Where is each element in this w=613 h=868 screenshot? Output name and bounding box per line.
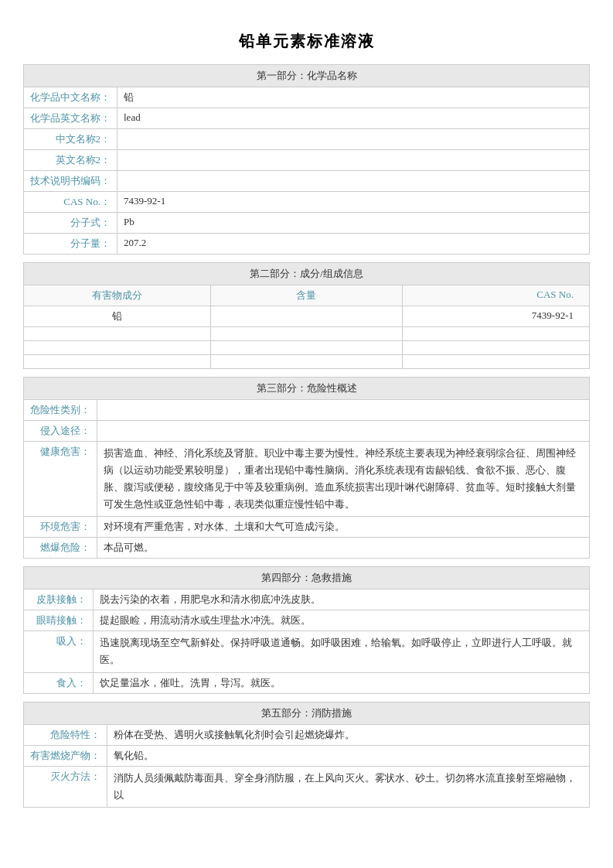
table-row: 环境危害： 对环境有严重危害，对水体、土壤和大气可造成污染。 (24, 517, 590, 538)
part2-table: 有害物成分 含量 CAS No. 铅 7439-92-1 (23, 285, 590, 369)
value-chinese-name: 铅 (117, 87, 590, 108)
section-header-part4: 第四部分：急救措施 (23, 566, 590, 589)
value-fire-hazard: 本品可燃。 (97, 538, 590, 559)
value-english-name2 (117, 150, 590, 171)
part4-table: 皮肤接触： 脱去污染的衣着，用肥皂水和清水彻底冲洗皮肤。 眼睛接触： 提起眼睑，… (23, 589, 590, 693)
cell-empty-7 (24, 355, 211, 369)
table-row (24, 341, 590, 355)
cell-empty-3 (403, 327, 590, 341)
table-row: 中文名称2： (24, 129, 590, 150)
table-row (24, 355, 590, 369)
table-row: 分子量： 207.2 (24, 234, 590, 255)
value-danger-class (97, 400, 590, 421)
table-row: 危险性类别： (24, 400, 590, 421)
label-english-name: 化学品英文名称： (24, 108, 117, 129)
table-row: 眼睛接触： 提起眼睑，用流动清水或生理盐水冲洗。就医。 (24, 610, 590, 631)
label-danger-class: 危险性类别： (24, 400, 97, 421)
cell-empty-1 (24, 327, 211, 341)
section-header-part1: 第一部分：化学品名称 (23, 64, 590, 87)
cell-empty-4 (24, 341, 211, 355)
table-row: 化学品中文名称： 铅 (24, 87, 590, 108)
label-skin-contact: 皮肤接触： (24, 589, 94, 610)
part5-table: 危险特性： 粉体在受热、遇明火或接触氧化剂时会引起燃烧爆炸。 有害燃烧产物： 氧… (23, 724, 590, 808)
table-row: 英文名称2： (24, 150, 590, 171)
part1-table: 化学品中文名称： 铅 化学品英文名称： lead 中文名称2： 英文名称2： 技… (23, 87, 590, 255)
table-row: 皮肤接触： 脱去污染的衣着，用肥皂水和清水彻底冲洗皮肤。 (24, 589, 590, 610)
label-english-name2: 英文名称2： (24, 150, 117, 171)
value-formula: Pb (117, 213, 590, 234)
label-danger-char: 危险特性： (24, 724, 107, 745)
cell-empty-8 (210, 355, 403, 369)
table-row: 侵入途径： (24, 421, 590, 442)
label-molecular-weight: 分子量： (24, 234, 117, 255)
section-part4: 第四部分：急救措施 皮肤接触： 脱去污染的衣着，用肥皂水和清水彻底冲洗皮肤。 眼… (23, 566, 590, 693)
label-cas-no: CAS No.： (24, 192, 117, 213)
label-fire-method: 灭火方法： (24, 766, 107, 807)
value-health-hazard: 损害造血、神经、消化系统及肾脏。职业中毒主要为慢性。神经系统主要表现为神经衰弱综… (97, 442, 590, 517)
table-row: 灭火方法： 消防人员须佩戴防毒面具、穿全身消防服，在上风向灭火。雾状水、砂土。切… (24, 766, 590, 807)
value-entry-route (97, 421, 590, 442)
cell-empty-9 (403, 355, 590, 369)
value-molecular-weight: 207.2 (117, 234, 590, 255)
cell-cas-1: 7439-92-1 (403, 306, 590, 327)
cell-empty-6 (403, 341, 590, 355)
cell-content-1 (210, 306, 403, 327)
table-row: 燃爆危险： 本品可燃。 (24, 538, 590, 559)
value-ingestion: 饮足量温水，催吐。洗胃，导泻。就医。 (94, 672, 590, 693)
col-header-content: 含量 (210, 285, 403, 306)
value-eye-contact: 提起眼睑，用流动清水或生理盐水冲洗。就医。 (94, 610, 590, 631)
label-fire-hazard: 燃爆危险： (24, 538, 97, 559)
label-env-hazard: 环境危害： (24, 517, 97, 538)
table-row: 健康危害： 损害造血、神经、消化系统及肾脏。职业中毒主要为慢性。神经系统主要表现… (24, 442, 590, 517)
value-env-hazard: 对环境有严重危害，对水体、土壤和大气可造成污染。 (97, 517, 590, 538)
value-inhalation: 迅速脱离现场至空气新鲜处。保持呼吸道通畅。如呼吸困难，给输氧。如呼吸停止，立即进… (94, 631, 590, 672)
section-header-part5: 第五部分：消防措施 (23, 702, 590, 724)
page-title: 铅单元素标准溶液 (23, 31, 590, 52)
section-part5: 第五部分：消防措施 危险特性： 粉体在受热、遇明火或接触氧化剂时会引起燃烧爆炸。… (23, 702, 590, 808)
table-header-row: 有害物成分 含量 CAS No. (24, 285, 590, 306)
part3-table: 危险性类别： 侵入途径： 健康危害： 损害造血、神经、消化系统及肾脏。职业中毒主… (23, 399, 590, 559)
cell-hazard-1: 铅 (24, 306, 211, 327)
section-header-part3: 第三部分：危险性概述 (23, 377, 590, 399)
section-part1: 第一部分：化学品名称 化学品中文名称： 铅 化学品英文名称： lead 中文名称… (23, 64, 590, 255)
table-row: 化学品英文名称： lead (24, 108, 590, 129)
label-eye-contact: 眼睛接触： (24, 610, 94, 631)
section-header-part2: 第二部分：成分/组成信息 (23, 262, 590, 285)
table-row: 危险特性： 粉体在受热、遇明火或接触氧化剂时会引起燃烧爆炸。 (24, 724, 590, 745)
table-row: 食入： 饮足量温水，催吐。洗胃，导泻。就医。 (24, 672, 590, 693)
cell-empty-5 (210, 341, 403, 355)
section-part3: 第三部分：危险性概述 危险性类别： 侵入途径： 健康危害： 损害造血、神经、消化… (23, 377, 590, 559)
value-cas-no: 7439-92-1 (117, 192, 590, 213)
table-row: CAS No.： 7439-92-1 (24, 192, 590, 213)
table-row: 分子式： Pb (24, 213, 590, 234)
value-skin-contact: 脱去污染的衣着，用肥皂水和清水彻底冲洗皮肤。 (94, 589, 590, 610)
value-combustion-products: 氧化铅。 (107, 745, 590, 766)
table-row: 吸入： 迅速脱离现场至空气新鲜处。保持呼吸道通畅。如呼吸困难，给输氧。如呼吸停止… (24, 631, 590, 672)
value-danger-char: 粉体在受热、遇明火或接触氧化剂时会引起燃烧爆炸。 (107, 724, 590, 745)
value-fire-method: 消防人员须佩戴防毒面具、穿全身消防服，在上风向灭火。雾状水、砂土。切勿将水流直接… (107, 766, 590, 807)
label-health-hazard: 健康危害： (24, 442, 97, 517)
section-part2: 第二部分：成分/组成信息 有害物成分 含量 CAS No. 铅 7439-92-… (23, 262, 590, 369)
label-ingestion: 食入： (24, 672, 94, 693)
value-tech-code (117, 171, 590, 192)
table-row: 有害燃烧产物： 氧化铅。 (24, 745, 590, 766)
table-row: 铅 7439-92-1 (24, 306, 590, 327)
col-header-cas: CAS No. (403, 285, 590, 306)
table-row (24, 327, 590, 341)
value-chinese-name2 (117, 129, 590, 150)
label-inhalation: 吸入： (24, 631, 94, 672)
label-tech-code: 技术说明书编码： (24, 171, 117, 192)
cell-empty-2 (210, 327, 403, 341)
col-header-hazard: 有害物成分 (24, 285, 211, 306)
label-entry-route: 侵入途径： (24, 421, 97, 442)
label-combustion-products: 有害燃烧产物： (24, 745, 107, 766)
table-row: 技术说明书编码： (24, 171, 590, 192)
label-chinese-name: 化学品中文名称： (24, 87, 117, 108)
label-chinese-name2: 中文名称2： (24, 129, 117, 150)
value-english-name: lead (117, 108, 590, 129)
label-formula: 分子式： (24, 213, 117, 234)
